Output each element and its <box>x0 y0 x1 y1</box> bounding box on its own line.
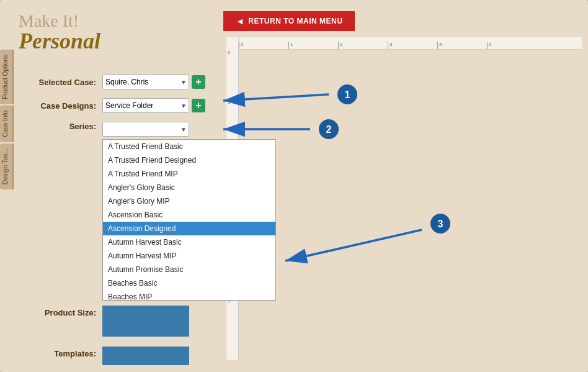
list-item[interactable]: Ascension Designed <box>103 222 275 235</box>
series-select[interactable] <box>102 122 189 137</box>
ruler-tick-3: 3 <box>388 42 437 49</box>
return-arrow-icon: ◄ <box>236 16 244 26</box>
svg-point-2 <box>337 84 357 104</box>
sidebar-tab-case-info[interactable]: Case Info <box>0 106 14 142</box>
selected-case-dropdown-wrapper: Squire, Chris ▼ <box>102 75 189 89</box>
list-item[interactable]: Autumn Harvest MIP <box>103 249 275 263</box>
series-list-container: A Trusted Friend BasicA Trusted Friend D… <box>102 139 276 301</box>
svg-line-7 <box>285 230 422 261</box>
series-dropdown-list[interactable]: A Trusted Friend BasicA Trusted Friend D… <box>102 139 276 301</box>
logo-make-it: Make It! <box>19 12 143 30</box>
logo-area: Make It! Personal <box>19 12 143 52</box>
ruler-tick-2: 2 <box>338 42 388 49</box>
return-button-label: RETURN TO MAIN MENU <box>248 17 342 25</box>
product-size-label: Product Size: <box>34 306 102 317</box>
list-item[interactable]: Ascension Basic <box>103 208 275 222</box>
product-size-row: Product Size: <box>34 306 276 337</box>
list-item[interactable]: Autumn Promise Basic <box>103 263 275 276</box>
case-designs-add-button[interactable]: + <box>192 99 205 112</box>
svg-point-5 <box>319 119 339 139</box>
ruler-tick-5: 5 <box>487 42 537 49</box>
list-item[interactable]: Autumn Harvest Basic <box>103 235 275 249</box>
selected-case-row: Selected Case: Squire, Chris ▼ + <box>34 75 276 89</box>
list-item[interactable]: A Trusted Friend Basic <box>103 140 275 153</box>
selected-case-controls: Squire, Chris ▼ + <box>102 75 205 89</box>
templates-label: Templates: <box>34 347 102 358</box>
templates-row: Templates: <box>34 347 276 365</box>
templates-content <box>102 347 189 365</box>
logo-personal: Personal <box>19 30 143 52</box>
selected-case-add-button[interactable]: + <box>192 75 205 89</box>
ruler-horizontal: 0 1 2 3 4 5 <box>226 37 582 50</box>
list-item[interactable]: Beaches MIP <box>103 290 275 301</box>
ruler-tick-1: 1 <box>288 42 338 49</box>
selected-case-select[interactable]: Squire, Chris <box>102 75 189 89</box>
list-item[interactable]: A Trusted Friend Designed <box>103 153 275 167</box>
ruler-tick-0: 0 <box>239 42 288 49</box>
list-item[interactable]: Angler's Glory MIP <box>103 194 275 208</box>
svg-point-8 <box>430 214 450 234</box>
main-container: Make It! Personal ◄ RETURN TO MAIN MENU … <box>0 0 588 372</box>
sidebar-tab-design-tools[interactable]: Design Too... <box>0 143 14 189</box>
series-dropdown-wrapper: ▼ <box>102 122 189 137</box>
case-designs-controls: Service Folder ▼ + <box>102 98 205 113</box>
series-controls: ▼ A Trusted Friend BasicA Trusted Friend… <box>102 122 276 301</box>
case-designs-dropdown-wrapper: Service Folder ▼ <box>102 98 189 113</box>
list-item[interactable]: Beaches Basic <box>103 276 275 290</box>
svg-text:1: 1 <box>345 89 350 100</box>
case-designs-select[interactable]: Service Folder <box>102 98 189 113</box>
form-area: Selected Case: Squire, Chris ▼ + Case De… <box>34 62 276 365</box>
svg-text:2: 2 <box>326 124 332 135</box>
case-designs-row: Case Designs: Service Folder ▼ + <box>34 98 276 113</box>
svg-text:3: 3 <box>438 219 443 229</box>
ruler-tick-4: 4 <box>437 42 487 49</box>
series-label: Series: <box>34 122 102 131</box>
sidebar-tabs: Product Options Case Info Design Too... <box>0 50 14 372</box>
product-size-content <box>102 306 189 337</box>
return-to-main-menu-button[interactable]: ◄ RETURN TO MAIN MENU <box>223 11 355 31</box>
list-item[interactable]: Angler's Glory Basic <box>103 181 275 194</box>
series-row: Series: ▼ A Trusted Friend BasicA Truste… <box>34 122 276 301</box>
list-item[interactable]: A Trusted Friend MIP <box>103 167 275 181</box>
sidebar-tab-product-options[interactable]: Product Options <box>0 50 14 104</box>
case-designs-label: Case Designs: <box>34 101 102 111</box>
selected-case-label: Selected Case: <box>34 78 102 87</box>
